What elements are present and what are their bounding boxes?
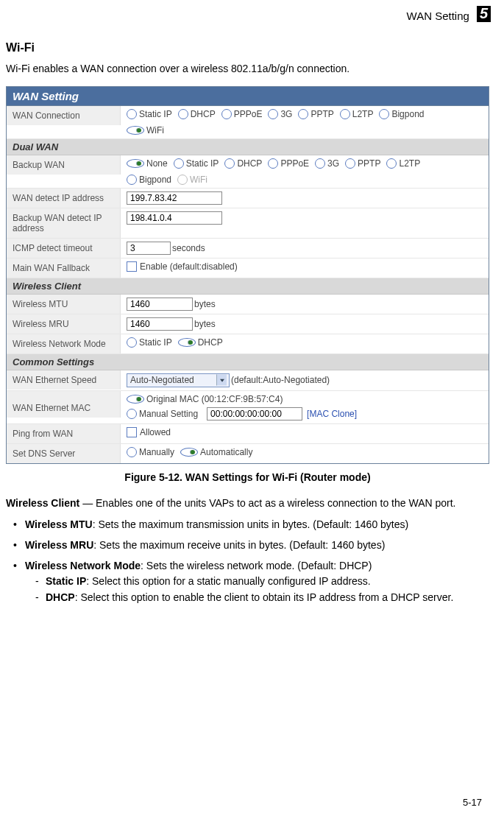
dns-row: Set DNS Server Manually Automatically [7,444,489,463]
backup-wan-detect-ip-input[interactable] [127,211,222,225]
backup-wan-wifi: WiFi [177,175,207,185]
wan-conn-dhcp[interactable]: DHCP [178,109,216,119]
chapter-number: 5 [477,6,491,22]
wireless-client-term: Wireless Client [6,497,79,509]
figure-caption: Figure 5-12. WAN Settings for Wi-Fi (Rou… [6,471,489,483]
dns-label: Set DNS Server [7,444,121,463]
speed-row: WAN Ethernet Speed Auto-Negotiated (defa… [7,370,489,391]
page-header: WAN Setting 5 [0,0,504,28]
dhcp-term: DHCP [46,591,75,603]
wireless-mode-label: Wireless Network Mode [7,334,121,353]
ping-row: Ping from WAN Allowed [7,424,489,444]
mac-row: WAN Ethernet MAC Original MAC (00:12:CF:… [7,391,489,424]
mru-input[interactable] [127,317,193,331]
mtu-term: Wireless MTU [25,518,93,530]
panel-title: WAN Setting [7,87,489,106]
backup-wan-dhcp[interactable]: DHCP [224,158,262,169]
wan-detect-ip-row: WAN detect IP address [7,189,489,208]
mtu-label: Wireless MTU [7,295,121,314]
dns-auto[interactable]: Automatically [180,447,252,457]
wan-conn-pptp[interactable]: PPTP [298,109,333,119]
wan-setting-panel: WAN Setting WAN Connection Static IP DHC… [6,86,489,464]
wan-detect-ip-label: WAN detect IP address [7,189,121,208]
mru-row: Wireless MRU bytes [7,314,489,334]
ping-checkbox[interactable]: Allowed [127,427,171,437]
backup-wan-pppoe[interactable]: PPPoE [268,158,309,169]
page-number: 5-17 [463,797,482,808]
section-lead: Wi-Fi enables a WAN connection over a wi… [6,62,489,76]
backup-wan-static-ip[interactable]: Static IP [174,158,219,169]
backup-wan-l2tp[interactable]: L2TP [386,158,420,169]
icmp-timeout-label: ICMP detect timeout [7,239,121,258]
backup-wan-pptp[interactable]: PPTP [345,158,380,169]
common-settings-heading: Common Settings [7,354,489,370]
ping-label: Ping from WAN [7,424,121,443]
fallback-checkbox[interactable]: Enable (default:disabled) [127,261,238,272]
wan-conn-l2tp[interactable]: L2TP [340,109,374,119]
wireless-mode-dhcp[interactable]: DHCP [178,337,223,348]
backup-wan-label: Backup WAN [7,155,121,175]
fallback-row: Main WAN Fallback Enable (default:disabl… [7,258,489,278]
backup-wan-3g[interactable]: 3G [315,158,339,169]
mac-original[interactable]: Original MAC (00:12:CF:9B:57:C4) [127,394,283,404]
static-ip-term: Static IP [46,575,86,587]
wan-connection-label: WAN Connection [7,106,121,125]
section-title: Wi-Fi [6,41,489,54]
wan-conn-3g[interactable]: 3G [268,109,292,119]
speed-hint: (default:Auto-Negotiated) [231,375,330,385]
header-title: WAN Setting [407,10,469,22]
backup-wan-bigpond[interactable]: Bigpond [127,175,171,185]
mru-label: Wireless MRU [7,314,121,334]
wan-conn-wifi[interactable]: WiFi [127,125,164,136]
dns-manual[interactable]: Manually [127,447,174,457]
backup-wan-detect-ip-label: Backup WAN detect IP address [7,208,121,238]
mac-manual-input[interactable] [207,407,302,420]
backup-wan-none[interactable]: None [127,158,168,169]
wireless-client-heading: Wireless Client [7,278,489,295]
mac-clone-link[interactable]: [MAC Clone] [307,409,357,419]
icmp-timeout-row: ICMP detect timeout seconds [7,239,489,258]
wireless-mode-static[interactable]: Static IP [127,337,172,348]
wireless-mode-row: Wireless Network Mode Static IP DHCP [7,334,489,354]
mtu-input[interactable] [127,298,193,311]
mtu-row: Wireless MTU bytes [7,295,489,314]
wan-conn-static-ip[interactable]: Static IP [127,109,172,119]
mru-unit: bytes [194,319,216,329]
icmp-timeout-unit: seconds [172,243,205,253]
mac-manual[interactable]: Manual Setting [127,409,198,419]
wan-connection-row: WAN Connection Static IP DHCP PPPoE 3G P… [7,106,489,139]
mtu-unit: bytes [194,299,216,309]
wan-detect-ip-input[interactable] [127,191,222,205]
speed-select[interactable]: Auto-Negotiated [127,373,230,387]
wan-conn-bigpond[interactable]: Bigpond [379,109,424,119]
speed-label: WAN Ethernet Speed [7,370,121,390]
backup-wan-row: Backup WAN None Static IP DHCP PPPoE 3G … [7,155,489,189]
mac-label: WAN Ethernet MAC [7,391,121,418]
mru-term: Wireless MRU [25,539,93,551]
wan-conn-pppoe[interactable]: PPPoE [221,109,263,119]
mode-term: Wireless Network Mode [25,560,141,571]
fallback-label: Main WAN Fallback [7,258,121,278]
icmp-timeout-input[interactable] [127,242,171,255]
dual-wan-heading: Dual WAN [7,139,489,155]
backup-wan-detect-ip-row: Backup WAN detect IP address [7,208,489,239]
body-text: Wireless Client — Enables one of the uni… [6,496,489,605]
